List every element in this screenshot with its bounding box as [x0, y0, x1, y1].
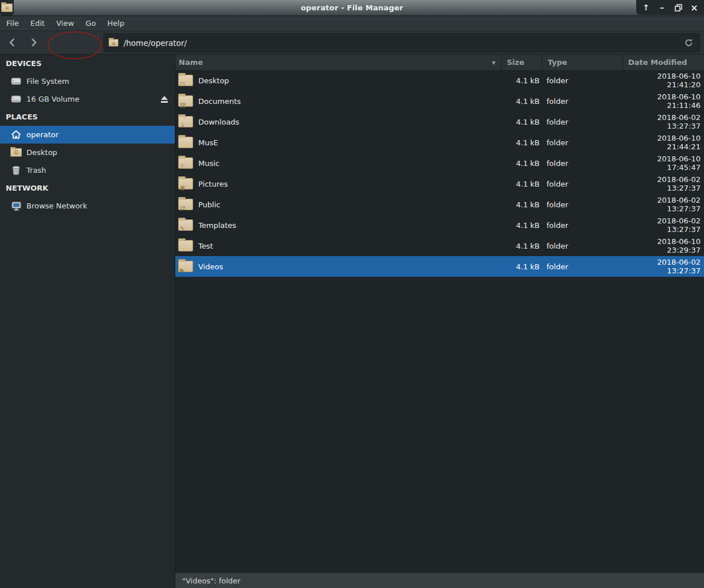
file-date-modified: 2018-06-02 13:27:37	[622, 175, 704, 192]
file-name: MusE	[198, 138, 218, 147]
file-type: folder	[542, 159, 622, 168]
reload-button[interactable]	[683, 37, 695, 49]
file-name: Test	[198, 242, 213, 250]
sidebar: DEVICES File System	[0, 55, 175, 588]
table-row-muse[interactable]: MusE 4.1 kB folder 2018-06-10 21:44:21	[175, 132, 704, 153]
forward-button[interactable]	[24, 33, 44, 52]
sidebar-header-places: PLACES	[0, 108, 175, 126]
minimize-button[interactable]: –	[656, 1, 668, 14]
desktop-folder-icon: ⊡	[10, 147, 22, 158]
table-row-pictures[interactable]: ◉ Pictures 4.1 kB folder 2018-06-02 13:2…	[175, 173, 704, 194]
eject-icon[interactable]	[160, 95, 169, 103]
statusbar: "Videos": folder	[175, 572, 704, 588]
table-row-downloads[interactable]: ↓ Downloads 4.1 kB folder 2018-06-02 13:…	[175, 111, 704, 132]
column-header-date-modified[interactable]: Date Modified	[622, 55, 704, 70]
back-button[interactable]	[2, 33, 22, 52]
close-button[interactable]: ×	[688, 1, 701, 14]
trash-icon	[10, 165, 22, 176]
folder-icon: ⇄	[178, 199, 193, 210]
menu-file[interactable]: File	[1, 16, 25, 31]
menubar: File Edit View Go Help	[0, 16, 704, 31]
file-type: folder	[542, 138, 622, 147]
hard-drive-icon	[10, 76, 22, 87]
window-controls: ↑ – ×	[636, 0, 704, 15]
file-name: Documents	[198, 97, 241, 106]
home-icon	[10, 129, 22, 141]
folder-icon: ✎	[178, 219, 193, 231]
file-date-modified: 2018-06-10 17:45:47	[622, 154, 704, 172]
folder-icon	[178, 240, 193, 252]
file-size: 4.1 kB	[501, 221, 542, 230]
file-date-modified: 2018-06-10 23:29:37	[622, 237, 704, 254]
folder-icon: ♪	[178, 157, 193, 169]
file-date-modified: 2018-06-10 21:11:46	[622, 92, 704, 110]
window-menu-button[interactable]: ⌂	[0, 0, 14, 16]
table-row-documents[interactable]: ▤ Documents 4.1 kB folder 2018-06-10 21:…	[175, 91, 704, 111]
maximize-button[interactable]	[672, 1, 684, 14]
column-header-name[interactable]: Name ▾	[175, 55, 501, 70]
app-home-folder-icon: ⌂	[1, 3, 13, 12]
sidebar-item-label: Browse Network	[26, 202, 87, 210]
table-row-templates[interactable]: ✎ Templates 4.1 kB folder 2018-06-02 13:…	[175, 215, 704, 235]
sidebar-item-16gb-volume[interactable]: 16 GB Volume	[0, 90, 175, 108]
network-computer-icon	[10, 200, 22, 212]
sidebar-item-file-system[interactable]: File System	[0, 72, 175, 90]
current-path: /home/operator/	[124, 38, 683, 48]
file-type: folder	[542, 200, 622, 209]
file-type: folder	[542, 242, 622, 250]
menu-help[interactable]: Help	[102, 16, 130, 31]
file-name: Music	[198, 159, 220, 168]
file-date-modified: 2018-06-10 21:44:21	[622, 134, 704, 151]
file-size: 4.1 kB	[501, 242, 542, 250]
file-date-modified: 2018-06-10 21:41:20	[622, 72, 704, 89]
sidebar-header-network: NETWORK	[0, 179, 175, 197]
titlebar[interactable]: operator - File Manager ⌂ ↑ – ×	[0, 0, 704, 16]
table-row-public[interactable]: ⇄ Public 4.1 kB folder 2018-06-02 13:27:…	[175, 194, 704, 215]
table-row-test[interactable]: Test 4.1 kB folder 2018-06-10 23:29:37	[175, 235, 704, 256]
shade-up-button[interactable]: ↑	[640, 1, 652, 14]
chevron-left-icon	[7, 37, 17, 48]
sidebar-item-operator-home[interactable]: operator	[0, 126, 175, 144]
menu-edit[interactable]: Edit	[25, 16, 51, 31]
sidebar-item-label: Desktop	[26, 148, 57, 157]
sidebar-item-label: File System	[26, 77, 69, 86]
file-size: 4.1 kB	[501, 97, 542, 106]
hard-drive-icon	[10, 94, 22, 105]
table-row-desktop[interactable]: ⊡ Desktop 4.1 kB folder 2018-06-10 21:41…	[175, 70, 704, 91]
up-arrow-icon: ↑	[643, 3, 649, 12]
file-date-modified: 2018-06-02 13:27:37	[622, 216, 704, 234]
sidebar-item-browse-network[interactable]: Browse Network	[0, 197, 175, 215]
file-type: folder	[542, 262, 622, 271]
folder-icon: ▶	[178, 261, 193, 272]
file-name: Videos	[198, 262, 223, 271]
sidebar-item-trash[interactable]: Trash	[0, 161, 175, 179]
file-size: 4.1 kB	[501, 262, 542, 271]
minimize-icon: –	[660, 3, 664, 12]
file-list-panel: Name ▾ Size Type Date Modified	[175, 55, 704, 588]
sidebar-item-desktop[interactable]: ⊡ Desktop	[0, 144, 175, 161]
path-bar[interactable]: ⌂ /home/operator/	[103, 33, 700, 52]
maximize-icon	[674, 3, 683, 12]
file-date-modified: 2018-06-02 13:27:37	[622, 258, 704, 275]
file-date-modified: 2018-06-02 13:27:37	[622, 113, 704, 130]
menu-view[interactable]: View	[51, 16, 80, 31]
file-type: folder	[542, 180, 622, 188]
file-name: Public	[198, 200, 220, 209]
table-row-music[interactable]: ♪ Music 4.1 kB folder 2018-06-10 17:45:4…	[175, 153, 704, 173]
file-size: 4.1 kB	[501, 200, 542, 209]
menu-go[interactable]: Go	[80, 16, 102, 31]
file-type: folder	[542, 97, 622, 106]
sidebar-header-devices: DEVICES	[0, 55, 175, 72]
file-name: Desktop	[198, 76, 229, 85]
column-header-type[interactable]: Type	[542, 55, 622, 70]
table-row-videos[interactable]: ▶ Videos 4.1 kB folder 2018-06-02 13:27:…	[175, 256, 704, 277]
sidebar-item-label: Trash	[26, 166, 46, 175]
file-type: folder	[542, 221, 622, 230]
refresh-icon	[684, 38, 694, 48]
table-header: Name ▾ Size Type Date Modified	[175, 55, 704, 70]
file-list: ⊡ Desktop 4.1 kB folder 2018-06-10 21:41…	[175, 70, 704, 572]
close-icon: ×	[690, 2, 698, 13]
file-name: Templates	[198, 221, 236, 230]
column-header-size[interactable]: Size	[501, 55, 542, 70]
file-type: folder	[542, 76, 622, 85]
